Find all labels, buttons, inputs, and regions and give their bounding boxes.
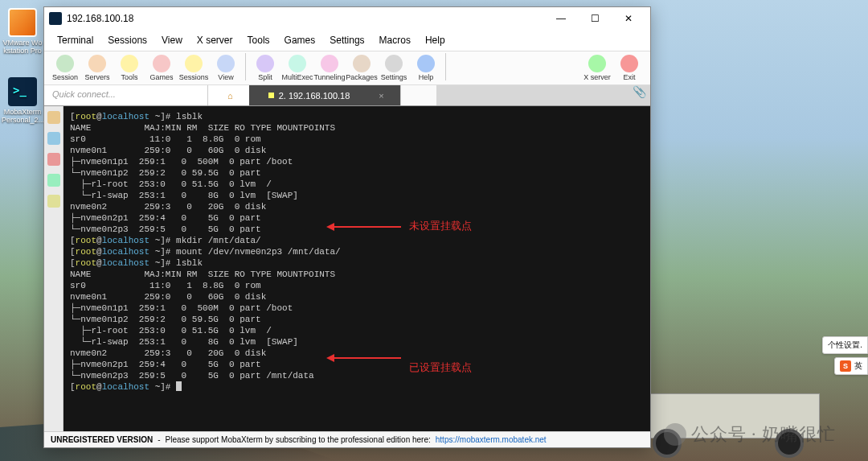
toolbar-games[interactable]: Games <box>145 53 178 83</box>
titlebar[interactable]: 192.168.100.18 — ☐ ✕ <box>44 7 650 30</box>
tools-icon <box>121 55 138 72</box>
quick-connect-input[interactable]: Quick connect... <box>44 85 208 105</box>
toolbar-view[interactable]: View <box>210 53 242 83</box>
sidebar-sftp-icon[interactable] <box>47 195 60 208</box>
close-button[interactable]: ✕ <box>612 7 645 30</box>
exit-icon <box>620 55 638 72</box>
toolbar-x-server[interactable]: X server <box>581 53 613 83</box>
wechat-icon <box>664 423 686 446</box>
footer-link[interactable]: https://mobaxterm.mobatek.net <box>436 435 547 444</box>
ime-indicator[interactable]: S英 <box>834 357 868 375</box>
x server-icon <box>588 55 606 72</box>
left-sidebar <box>44 106 63 431</box>
mobaxterm-icon <box>8 77 37 106</box>
menu-terminal[interactable]: Terminal <box>51 33 100 47</box>
settings-icon <box>385 55 403 72</box>
minimize-button[interactable]: — <box>544 7 578 30</box>
menu-settings[interactable]: Settings <box>323 33 371 47</box>
tab-session-active[interactable]: 2. 192.168.100.18 × <box>249 85 400 105</box>
tab-label: 2. 192.168.100.18 <box>279 91 350 101</box>
watermark: 公众号 · 奶嘴很忙 <box>664 422 837 447</box>
toolbar-split[interactable]: Split <box>249 53 281 83</box>
toolbar: SessionServersToolsGamesSessionsViewSpli… <box>44 51 650 85</box>
session-icon <box>268 93 274 98</box>
maximize-button[interactable]: ☐ <box>578 7 612 30</box>
sogou-icon: S <box>840 360 851 372</box>
app-icon <box>49 12 62 25</box>
menu-help[interactable]: Help <box>419 33 452 47</box>
packages-icon <box>353 55 371 72</box>
toolbar-exit[interactable]: Exit <box>613 53 645 83</box>
sidebar-tools-icon[interactable] <box>47 153 60 166</box>
tab-close-button[interactable]: × <box>379 91 383 101</box>
toolbar-session[interactable]: Session <box>49 53 81 83</box>
attach-icon[interactable]: 📎 <box>628 85 650 105</box>
annotation-arrow-set <box>329 357 401 359</box>
split-icon <box>256 55 274 72</box>
toolbar-multiexec[interactable]: MultiExec <box>281 53 313 83</box>
servers-icon <box>88 55 106 72</box>
sessions-icon <box>185 55 203 72</box>
window-title: 192.168.100.18 <box>67 13 544 24</box>
home-icon: ⌂ <box>227 91 233 101</box>
terminal[interactable]: [root@localhost ~]# lsblkNAME MAJ:MIN RM… <box>63 106 650 431</box>
session-icon <box>56 55 74 72</box>
toolbar-help[interactable]: Help <box>410 53 442 83</box>
mobaxterm-window: 192.168.100.18 — ☐ ✕ TerminalSessionsVie… <box>43 6 651 448</box>
toolbar-packages[interactable]: Packages <box>346 53 378 83</box>
games-icon <box>153 55 170 72</box>
help-icon <box>417 55 435 72</box>
right-panel: 个性设置. S英 <box>822 336 868 375</box>
unregistered-label: UNREGISTERED VERSION <box>51 435 153 444</box>
status-bar: UNREGISTERED VERSION - Please support Mo… <box>44 431 650 447</box>
desktop-icon-label: MobaXterm Personal_2... <box>2 108 43 124</box>
personalize-button[interactable]: 个性设置. <box>822 336 868 354</box>
menu-tools[interactable]: Tools <box>241 33 276 47</box>
sidebar-globe-icon[interactable] <box>47 132 60 145</box>
menu-sessions[interactable]: Sessions <box>101 33 154 47</box>
sidebar-brush-icon[interactable] <box>47 174 60 187</box>
sidebar-star-icon[interactable] <box>47 111 60 124</box>
toolbar-settings[interactable]: Settings <box>378 53 410 83</box>
tabs-row: Quick connect... ⌂ 2. 192.168.100.18 × 📎 <box>44 85 650 106</box>
desktop-icon-mobaxterm[interactable]: MobaXterm Personal_2... <box>2 77 43 124</box>
toolbar-servers[interactable]: Servers <box>81 53 113 83</box>
annotation-arrow-unset <box>329 226 401 228</box>
menu-view[interactable]: View <box>155 33 189 47</box>
toolbar-tunneling[interactable]: Tunneling <box>313 53 346 83</box>
toolbar-sessions[interactable]: Sessions <box>178 53 210 83</box>
tunneling-icon <box>321 55 338 72</box>
annotation-set: 已设置挂载点 <box>409 362 472 373</box>
menu-bar: TerminalSessionsViewX serverToolsGamesSe… <box>44 30 650 51</box>
footer-message: Please support MobaXterm by subscribing … <box>166 435 431 444</box>
multiexec-icon <box>289 55 306 72</box>
vmware-icon <box>8 8 37 37</box>
toolbar-tools[interactable]: Tools <box>113 53 145 83</box>
tab-home[interactable]: ⌂ <box>208 85 249 105</box>
desktop-icon-vmware[interactable]: VMware Wo kstation Pro <box>2 8 43 55</box>
annotation-unset: 未设置挂载点 <box>409 220 472 232</box>
menu-macros[interactable]: Macros <box>373 33 417 47</box>
new-tab-button[interactable] <box>400 85 436 105</box>
menu-games[interactable]: Games <box>278 33 322 47</box>
desktop-icon-label: VMware Wo kstation Pro <box>2 39 43 55</box>
menu-x-server[interactable]: X server <box>190 33 240 47</box>
view-icon <box>217 55 235 72</box>
